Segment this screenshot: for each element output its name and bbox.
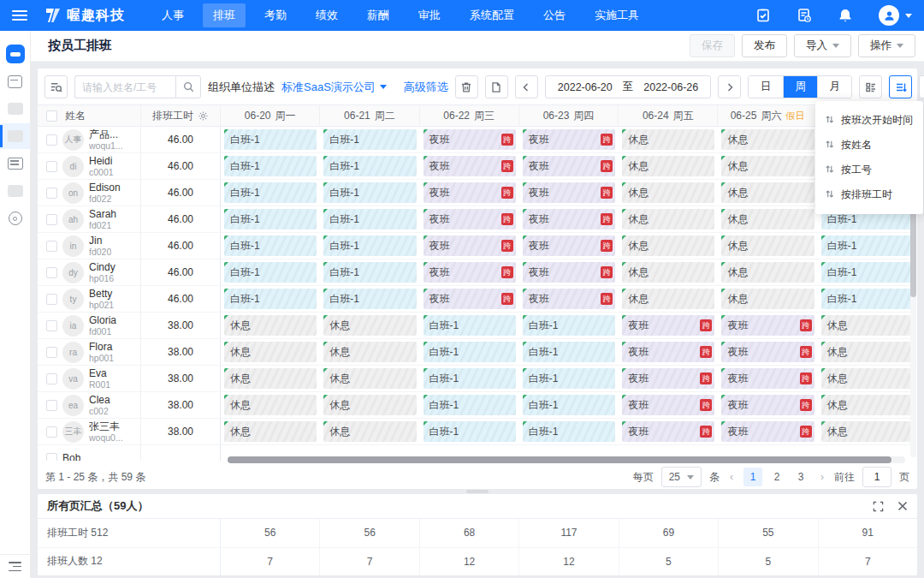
- shift-chip[interactable]: 白班-1: [523, 342, 615, 362]
- page-number-1[interactable]: 1: [743, 468, 762, 486]
- shift-chip[interactable]: 白班-1: [323, 289, 416, 309]
- expand-icon[interactable]: [873, 501, 884, 512]
- report-file-icon[interactable]: [797, 8, 812, 23]
- menu-placeholder-selected[interactable]: [0, 123, 30, 149]
- shift-chip[interactable]: 白班-1: [821, 262, 914, 283]
- shift-chip[interactable]: 夜班跨: [622, 315, 714, 336]
- shift-chip[interactable]: 休息: [622, 156, 714, 176]
- nav-item-6[interactable]: 系统配置: [459, 3, 524, 27]
- row-checkbox[interactable]: [46, 241, 57, 252]
- shift-chip[interactable]: 夜班跨: [721, 395, 814, 415]
- shift-chip[interactable]: 白班-1: [224, 182, 317, 203]
- shift-chip[interactable]: 休息: [821, 368, 914, 389]
- row-checkbox[interactable]: [46, 347, 57, 358]
- shift-chip[interactable]: 白班-1: [224, 129, 317, 150]
- shift-chip[interactable]: 夜班跨: [523, 235, 615, 256]
- shift-chip[interactable]: 休息: [622, 262, 714, 283]
- shift-chip[interactable]: 白班-1: [523, 395, 615, 415]
- shift-chip[interactable]: 休息: [224, 368, 317, 389]
- view-btn-1[interactable]: 周: [783, 76, 817, 98]
- delete-icon[interactable]: [455, 75, 478, 98]
- collapse-menu-icon[interactable]: [0, 554, 30, 578]
- sort-menu-item-1[interactable]: 按姓名: [815, 133, 923, 158]
- menu-placeholder[interactable]: [0, 178, 30, 204]
- filter-search-icon[interactable]: [44, 75, 68, 98]
- shift-chip[interactable]: 休息: [224, 395, 317, 415]
- shift-chip[interactable]: 夜班跨: [523, 129, 615, 150]
- document-icon[interactable]: [485, 75, 508, 98]
- menu-placeholder[interactable]: [0, 96, 30, 122]
- shift-chip[interactable]: 白班-1: [224, 209, 317, 229]
- brand[interactable]: 喔趣科技: [44, 7, 125, 25]
- gear-icon[interactable]: [198, 110, 209, 122]
- row-checkbox[interactable]: [46, 214, 57, 225]
- calendar-icon[interactable]: [0, 69, 30, 94]
- sort-menu-item-0[interactable]: 按班次开始时间: [815, 108, 923, 133]
- shift-chip[interactable]: 夜班跨: [721, 342, 814, 362]
- nav-item-4[interactable]: 薪酬: [357, 3, 400, 27]
- shift-chip[interactable]: 休息: [622, 235, 714, 256]
- shift-chip[interactable]: 白班-1: [424, 342, 516, 362]
- horizontal-scrollbar[interactable]: [228, 456, 905, 463]
- user-menu[interactable]: [879, 5, 912, 26]
- shift-chip[interactable]: 夜班跨: [721, 315, 814, 336]
- shift-chip[interactable]: 白班-1: [323, 156, 416, 176]
- shift-chip[interactable]: 夜班跨: [424, 289, 516, 309]
- shift-chip[interactable]: 夜班跨: [424, 182, 516, 203]
- shift-chip[interactable]: 夜班跨: [523, 289, 615, 309]
- row-checkbox[interactable]: [46, 267, 57, 278]
- search-input[interactable]: [74, 75, 175, 98]
- shift-chip[interactable]: 休息: [821, 421, 914, 442]
- card-view-icon[interactable]: [859, 75, 882, 98]
- notification-bell-icon[interactable]: [838, 8, 853, 23]
- operations-button[interactable]: 操作: [858, 34, 915, 57]
- next-page-icon[interactable]: ›: [818, 471, 826, 483]
- per-page-select[interactable]: 25: [661, 467, 702, 487]
- save-button[interactable]: 保存: [690, 34, 735, 57]
- shift-chip[interactable]: 夜班跨: [523, 209, 615, 229]
- shift-chip[interactable]: 夜班跨: [424, 262, 516, 283]
- shift-chip[interactable]: 夜班跨: [622, 342, 714, 362]
- target-icon[interactable]: [0, 206, 30, 231]
- shift-chip[interactable]: 休息: [721, 209, 814, 229]
- shift-chip[interactable]: 休息: [821, 342, 914, 362]
- shift-chip[interactable]: 白班-1: [424, 395, 516, 415]
- close-icon[interactable]: [897, 501, 908, 511]
- search-button[interactable]: [175, 75, 201, 98]
- shift-chip[interactable]: 夜班跨: [622, 368, 714, 389]
- nav-item-1[interactable]: 排班: [203, 3, 246, 27]
- row-checkbox[interactable]: [46, 161, 57, 172]
- shift-chip[interactable]: 休息: [323, 421, 416, 442]
- shift-chip[interactable]: 休息: [721, 235, 814, 256]
- shift-chip[interactable]: 白班-1: [224, 235, 317, 256]
- shift-chip[interactable]: 白班-1: [224, 289, 317, 309]
- sort-menu-item-2[interactable]: 按工号: [815, 158, 923, 182]
- shift-chip[interactable]: 休息: [323, 315, 416, 336]
- shift-chip[interactable]: 夜班跨: [721, 421, 814, 442]
- shift-chip[interactable]: 休息: [821, 315, 914, 336]
- shift-chip[interactable]: 白班-1: [323, 235, 416, 256]
- page-number-2[interactable]: 2: [767, 468, 786, 486]
- hamburger-menu-icon[interactable]: [12, 10, 27, 21]
- shift-chip[interactable]: 休息: [323, 342, 416, 362]
- shift-chip[interactable]: 休息: [821, 395, 914, 415]
- shift-chip[interactable]: 休息: [224, 342, 317, 362]
- sort-view-icon[interactable]: [889, 75, 912, 98]
- shift-chip[interactable]: 夜班跨: [424, 209, 516, 229]
- shift-chip[interactable]: 夜班跨: [622, 421, 714, 442]
- shift-chip[interactable]: 白班-1: [323, 129, 416, 150]
- shift-chip[interactable]: 白班-1: [323, 209, 416, 229]
- prev-page-icon[interactable]: ‹: [727, 471, 736, 483]
- goto-page-input[interactable]: [862, 467, 891, 487]
- nav-item-5[interactable]: 审批: [408, 3, 451, 27]
- shift-chip[interactable]: 休息: [224, 421, 317, 442]
- shift-chip[interactable]: 白班-1: [323, 182, 416, 203]
- shift-chip[interactable]: 白班-1: [224, 156, 317, 176]
- horizontal-scrollbar-thumb[interactable]: [228, 456, 891, 463]
- shift-chip[interactable]: 夜班跨: [523, 262, 615, 283]
- shift-chip[interactable]: 休息: [323, 368, 416, 389]
- shift-chip[interactable]: 夜班跨: [424, 235, 516, 256]
- org-select[interactable]: 标准SaaS演示公司: [281, 80, 387, 95]
- fullscreen-icon[interactable]: [919, 75, 924, 98]
- row-checkbox[interactable]: [46, 426, 57, 438]
